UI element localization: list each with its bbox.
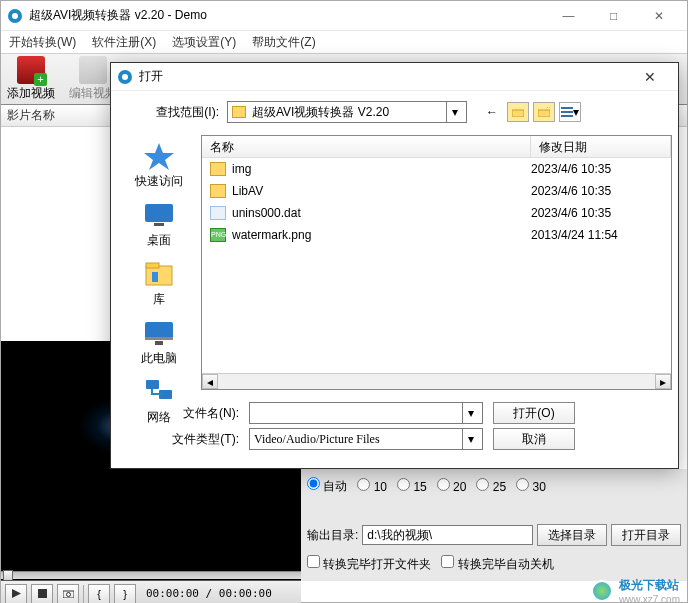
sidebar-this-pc[interactable]: 此电脑 xyxy=(120,316,198,369)
mark-out-button[interactable]: } xyxy=(114,584,136,604)
play-button[interactable] xyxy=(5,584,27,604)
file-date: 2013/4/24 11:54 xyxy=(531,228,671,242)
toolbar-add-video[interactable]: + 添加视频 xyxy=(5,56,57,102)
file-name: LibAV xyxy=(232,184,531,198)
filename-label: 文件名(N): xyxy=(119,405,239,422)
filetype-combo[interactable]: Video/Audio/Picture Files ▾ xyxy=(249,428,483,450)
fps-25-radio[interactable]: 25 xyxy=(476,478,506,494)
dialog-close-button[interactable]: ✕ xyxy=(628,64,672,90)
mark-in-button[interactable]: { xyxy=(88,584,110,604)
stop-icon xyxy=(38,589,47,598)
fps-20-radio[interactable]: 20 xyxy=(437,478,467,494)
dat-file-icon xyxy=(210,206,226,220)
svg-rect-16 xyxy=(154,223,164,226)
maximize-button[interactable]: □ xyxy=(591,2,636,30)
svg-point-7 xyxy=(122,74,128,80)
file-row-unins000[interactable]: unins000.dat 2023/4/6 10:35 xyxy=(202,202,671,224)
places-sidebar: 快速访问 桌面 库 此电脑 网络 xyxy=(117,135,201,390)
fps-15-radio[interactable]: 15 xyxy=(397,478,427,494)
filename-combo[interactable]: ▾ xyxy=(249,402,483,424)
add-video-icon: + xyxy=(17,56,45,84)
output-dir-row: 输出目录: 选择目录 打开目录 xyxy=(307,523,681,547)
file-list: img 2023/4/6 10:35 LibAV 2023/4/6 10:35 … xyxy=(202,158,671,373)
file-row-img[interactable]: img 2023/4/6 10:35 xyxy=(202,158,671,180)
nav-buttons: ← * ▾ xyxy=(481,102,581,122)
svg-rect-20 xyxy=(145,322,173,339)
snapshot-button[interactable] xyxy=(57,584,79,604)
new-folder-button[interactable]: * xyxy=(533,102,555,122)
output-dir-input[interactable] xyxy=(362,525,533,545)
fps-10-radio[interactable]: 10 xyxy=(357,478,387,494)
svg-rect-22 xyxy=(155,341,163,345)
star-icon xyxy=(142,141,176,171)
dialog-title: 打开 xyxy=(139,68,628,85)
svg-marker-14 xyxy=(144,143,174,170)
cancel-button[interactable]: 取消 xyxy=(493,428,575,450)
chevron-down-icon[interactable]: ▾ xyxy=(462,429,478,449)
scroll-left-icon[interactable]: ◂ xyxy=(202,374,218,389)
look-in-combo[interactable]: 超级AVI视频转换器 V2.20 ▾ xyxy=(227,101,467,123)
file-date: 2023/4/6 10:35 xyxy=(531,162,671,176)
close-button[interactable]: ✕ xyxy=(636,2,681,30)
chevron-down-icon[interactable]: ▾ xyxy=(462,403,478,423)
minimize-button[interactable]: — xyxy=(546,2,591,30)
progress-track[interactable] xyxy=(1,571,301,579)
time-display: 00:00:00 / 00:00:00 xyxy=(146,587,272,600)
file-name: watermark.png xyxy=(232,228,531,242)
file-row-libav[interactable]: LibAV 2023/4/6 10:35 xyxy=(202,180,671,202)
filetype-value: Video/Audio/Picture Files xyxy=(254,432,462,447)
menu-options[interactable]: 选项设置(Y) xyxy=(168,32,240,53)
fps-auto-radio[interactable]: 自动 xyxy=(307,477,347,495)
dialog-bottom: 文件名(N): ▾ 打开(O) 文件类型(T): Video/Audio/Pic… xyxy=(119,400,670,458)
menu-help[interactable]: 帮助文件(Z) xyxy=(248,32,319,53)
look-in-row: 查找范围(I): 超级AVI视频转换器 V2.20 ▾ ← * ▾ xyxy=(111,91,678,129)
svg-rect-12 xyxy=(561,111,573,113)
dialog-app-icon xyxy=(117,69,133,85)
sidebar-libraries[interactable]: 库 xyxy=(120,257,198,310)
folder-up-icon xyxy=(512,107,524,117)
svg-point-1 xyxy=(12,13,18,19)
sidebar-quick-access[interactable]: 快速访问 xyxy=(120,139,198,192)
menubar: 开始转换(W) 软件注册(X) 选项设置(Y) 帮助文件(Z) xyxy=(1,31,687,53)
fps-30-radio[interactable]: 30 xyxy=(516,478,546,494)
open-button[interactable]: 打开(O) xyxy=(493,402,575,424)
column-date[interactable]: 修改日期 xyxy=(531,136,671,158)
column-name[interactable]: 名称 xyxy=(202,136,531,158)
open-dir-button[interactable]: 打开目录 xyxy=(611,524,681,546)
png-file-icon: PNG xyxy=(210,228,226,242)
svg-rect-13 xyxy=(561,115,573,117)
main-titlebar: 超级AVI视频转换器 v2.20 - Demo — □ ✕ xyxy=(1,1,687,31)
choose-dir-button[interactable]: 选择目录 xyxy=(537,524,607,546)
file-name: img xyxy=(232,162,531,176)
back-button[interactable]: ← xyxy=(481,102,503,122)
folder-icon xyxy=(232,106,246,118)
svg-rect-21 xyxy=(145,337,173,340)
sidebar-desktop[interactable]: 桌面 xyxy=(120,198,198,251)
sidebar-quick-access-label: 快速访问 xyxy=(135,173,183,190)
folder-icon xyxy=(210,184,226,198)
up-button[interactable] xyxy=(507,102,529,122)
menu-start[interactable]: 开始转换(W) xyxy=(5,32,80,53)
play-icon xyxy=(12,589,21,598)
settings-panel: 自动 10 15 20 25 30 输出目录: 选择目录 打开目录 转换完毕打开… xyxy=(301,469,687,581)
open-folder-checkbox[interactable]: 转换完毕打开文件夹 xyxy=(307,555,431,573)
auto-shutdown-checkbox[interactable]: 转换完毕自动关机 xyxy=(441,555,553,573)
stop-button[interactable] xyxy=(31,584,53,604)
chevron-down-icon[interactable]: ▾ xyxy=(446,102,462,122)
new-folder-icon: * xyxy=(538,107,550,117)
svg-rect-11 xyxy=(561,107,573,109)
menu-register[interactable]: 软件注册(X) xyxy=(88,32,160,53)
svg-rect-19 xyxy=(152,272,158,282)
sidebar-desktop-label: 桌面 xyxy=(147,232,171,249)
svg-rect-23 xyxy=(146,380,159,389)
file-header: 名称 修改日期 xyxy=(202,136,671,158)
scroll-right-icon[interactable]: ▸ xyxy=(655,374,671,389)
file-row-watermark[interactable]: PNG watermark.png 2013/4/24 11:54 xyxy=(202,224,671,246)
view-mode-button[interactable]: ▾ xyxy=(559,102,581,122)
horizontal-scrollbar[interactable]: ◂ ▸ xyxy=(202,373,671,389)
svg-rect-15 xyxy=(145,204,173,222)
svg-rect-18 xyxy=(146,263,159,268)
app-icon xyxy=(7,8,23,24)
look-in-value: 超级AVI视频转换器 V2.20 xyxy=(252,104,389,121)
toolbar-add-video-label: 添加视频 xyxy=(7,85,55,102)
